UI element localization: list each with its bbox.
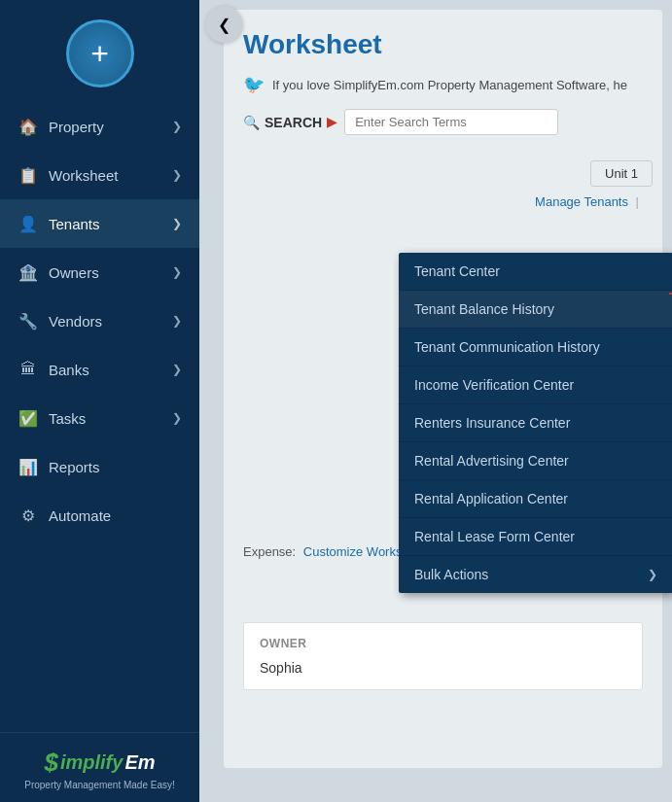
dropdown-item-renters-insurance-center[interactable]: Renters Insurance Center (399, 404, 672, 442)
sidebar-navigation: 🏠 Property ❯ 📋 Worksheet ❯ 👤 Tenants ❯ 🏦… (0, 102, 199, 732)
logo-em: Em (124, 751, 155, 774)
dropdown-item-rental-application-center[interactable]: Rental Application Center (399, 480, 672, 518)
back-button[interactable]: ❮ (205, 6, 242, 43)
automate-icon: ⚙ (18, 505, 39, 526)
banks-icon: 🏛 (18, 359, 39, 380)
dropdown-item-tenant-center[interactable]: Tenant Center (399, 253, 672, 291)
tenants-icon: 👤 (18, 213, 39, 234)
sidebar-item-worksheet[interactable]: 📋 Worksheet ❯ (0, 151, 199, 199)
owners-arrow-icon: ❯ (172, 265, 182, 279)
sidebar-header: + (0, 0, 199, 102)
promo-bar: 🐦 If you love SimplifyEm.com Property Ma… (243, 74, 643, 95)
search-text: SEARCH (265, 115, 322, 130)
sidebar-item-vendors[interactable]: 🔧 Vendors ❯ (0, 296, 199, 345)
rental-advertising-label: Rental Advertising Center (414, 453, 569, 469)
search-bar: 🔍 SEARCH ▶ (243, 109, 643, 135)
sidebar-item-label: Banks (49, 362, 172, 378)
tenants-arrow-icon: ❯ (172, 217, 182, 230)
bird-icon: 🐦 (243, 74, 265, 95)
sidebar-item-reports[interactable]: 📊 Reports (0, 442, 199, 491)
dropdown-item-rental-lease-form-center[interactable]: Rental Lease Form Center (399, 518, 672, 556)
manage-tenants-link[interactable]: Manage Tenants (535, 194, 628, 209)
logo-simplify: implify (60, 751, 123, 774)
bulk-actions-arrow-icon: ❯ (648, 568, 657, 581)
tasks-arrow-icon: ❯ (172, 411, 182, 425)
rental-lease-form-label: Rental Lease Form Center (414, 529, 575, 544)
search-arrow-icon: ▶ (327, 115, 336, 129)
unit-badge: Unit 1 (590, 160, 653, 187)
sidebar-item-owners[interactable]: 🏦 Owners ❯ (0, 248, 199, 296)
sidebar-item-property[interactable]: 🏠 Property ❯ (0, 102, 199, 151)
property-icon: 🏠 (18, 116, 39, 137)
dropdown-item-income-verification-center[interactable]: Income Verification Center (399, 366, 672, 404)
sidebar-item-banks[interactable]: 🏛 Banks ❯ (0, 345, 199, 394)
worksheet-icon: 📋 (18, 164, 39, 186)
reports-icon: 📊 (18, 456, 39, 477)
logo-tagline: Property Management Made Easy! (24, 780, 175, 790)
simplifyem-logo: $ implify Em Property Management Made Ea… (10, 748, 190, 790)
sidebar-item-label: Tenants (49, 216, 172, 232)
sidebar-item-label: Owners (49, 264, 172, 281)
sidebar-item-label: Automate (49, 507, 182, 524)
renters-insurance-label: Renters Insurance Center (414, 415, 570, 431)
logo-dollar: $ (44, 748, 57, 778)
add-button[interactable]: + (66, 19, 134, 87)
back-arrow-icon: ❮ (218, 16, 230, 34)
page-title: Worksheet (243, 29, 643, 60)
vendors-icon: 🔧 (18, 310, 39, 331)
tenant-communication-history-label: Tenant Communication History (414, 339, 600, 355)
tenants-dropdown-menu: Tenant Center Tenant Balance History Ten… (399, 253, 672, 593)
sidebar: + 🏠 Property ❯ 📋 Worksheet ❯ 👤 Tenants ❯… (0, 0, 199, 802)
search-icon: 🔍 (243, 115, 260, 130)
tenant-balance-history-label: Tenant Balance History (414, 301, 554, 317)
dropdown-item-tenant-balance-history[interactable]: Tenant Balance History (399, 291, 672, 329)
dropdown-item-bulk-actions[interactable]: Bulk Actions ❯ (399, 556, 672, 593)
vendors-arrow-icon: ❯ (172, 314, 182, 328)
rental-application-label: Rental Application Center (414, 491, 568, 506)
bulk-actions-label: Bulk Actions (414, 567, 488, 582)
banks-arrow-icon: ❯ (172, 363, 182, 376)
owners-icon: 🏦 (18, 262, 39, 283)
sidebar-item-label: Reports (49, 459, 182, 475)
search-label: 🔍 SEARCH ▶ (243, 115, 336, 130)
manage-tenants-area: Manage Tenants | (535, 194, 643, 209)
sidebar-item-tasks[interactable]: ✅ Tasks ❯ (0, 394, 199, 442)
expense-label: Expense: (243, 544, 296, 559)
property-arrow-icon: ❯ (172, 120, 182, 133)
tenant-center-label: Tenant Center (414, 263, 500, 279)
owner-section: OWNER Sophia (243, 622, 643, 690)
owner-value: Sophia (260, 660, 626, 676)
search-input[interactable] (344, 109, 558, 135)
income-verification-label: Income Verification Center (414, 377, 574, 393)
dropdown-item-rental-advertising-center[interactable]: Rental Advertising Center (399, 442, 672, 480)
sidebar-item-label: Vendors (49, 313, 172, 330)
main-content: ❮ Worksheet 🐦 If you love SimplifyEm.com… (199, 0, 672, 802)
worksheet-arrow-icon: ❯ (172, 168, 182, 182)
sidebar-item-label: Tasks (49, 410, 172, 427)
sidebar-item-tenants[interactable]: 👤 Tenants ❯ (0, 199, 199, 248)
owner-section-label: OWNER (260, 637, 626, 650)
promo-text: If you love SimplifyEm.com Property Mana… (272, 78, 627, 92)
dropdown-item-tenant-communication-history[interactable]: Tenant Communication History (399, 329, 672, 366)
separator: | (636, 194, 639, 209)
sidebar-item-automate[interactable]: ⚙ Automate (0, 491, 199, 540)
sidebar-item-label: Worksheet (49, 167, 172, 184)
sidebar-item-label: Property (49, 119, 172, 135)
tasks-icon: ✅ (18, 407, 39, 429)
sidebar-footer: $ implify Em Property Management Made Ea… (0, 732, 199, 802)
plus-icon: + (90, 36, 109, 72)
